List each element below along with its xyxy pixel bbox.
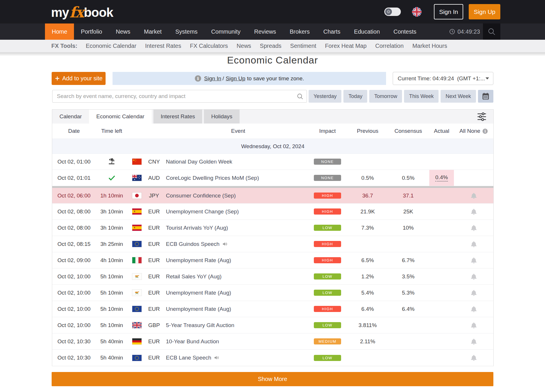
event-name[interactable]: Unemployment Rate (Aug) bbox=[166, 257, 231, 264]
all-none-label[interactable]: All None bbox=[459, 128, 480, 134]
event-row[interactable]: Oct 02, 01:00CNYNational Day Golden Week… bbox=[52, 154, 493, 170]
event-name[interactable]: Unemployment Rate (Aug) bbox=[166, 290, 231, 296]
sign-up-button[interactable]: Sign Up bbox=[469, 4, 500, 19]
event-name[interactable]: CoreLogic Dwelling Prices MoM (Sep) bbox=[166, 175, 259, 181]
fx-tool-news[interactable]: News bbox=[237, 43, 251, 49]
alert-bell-icon[interactable] bbox=[470, 224, 477, 231]
event-row[interactable]: Oct 02, 10:305h 40minEUR10-Year Bund Auc… bbox=[52, 333, 493, 350]
nav-item-community[interactable]: Community bbox=[204, 23, 247, 40]
nav-item-contests[interactable]: Contests bbox=[387, 23, 423, 40]
event-flag bbox=[128, 273, 144, 280]
event-row[interactable]: Oct 02, 08:003h 10minEURTourist Arrivals… bbox=[52, 220, 493, 236]
tab-interest-rates[interactable]: Interest Rates bbox=[153, 110, 202, 124]
impact-badge-none: NONE bbox=[314, 175, 341, 181]
event-bell-cell bbox=[454, 285, 493, 301]
fx-tool-spreads[interactable]: Spreads bbox=[260, 43, 282, 49]
event-currency: JPY bbox=[144, 193, 164, 199]
search-row: YesterdayTodayTomorrowThis WeekNext Week bbox=[52, 90, 493, 103]
current-time-select[interactable]: Current Time: 04:49:24 (GMT +1:... bbox=[393, 72, 493, 85]
event-name[interactable]: 10-Year Bund Auction bbox=[166, 338, 219, 345]
event-previous: 0.5% bbox=[348, 175, 387, 181]
fx-tool-forex-heat-map[interactable]: Forex Heat Map bbox=[325, 43, 366, 49]
tab-economic-calendar[interactable]: Economic Calendar bbox=[89, 110, 152, 124]
event-name[interactable]: ECB Guindos Speech bbox=[166, 241, 228, 247]
event-cell: CoreLogic Dwelling Prices MoM (Sep) bbox=[164, 175, 307, 181]
alert-bell-icon[interactable] bbox=[470, 354, 477, 361]
event-row[interactable]: Oct 02, 10:005h 10minGBP5-Year Treasury … bbox=[52, 317, 493, 333]
event-row[interactable]: Oct 02, 09:004h 10minEURUnemployment Rat… bbox=[52, 252, 493, 268]
event-name[interactable]: ECB Lane Speech bbox=[166, 355, 220, 361]
calendar-picker-button[interactable] bbox=[478, 90, 493, 103]
fx-tool-correlation[interactable]: Correlation bbox=[375, 43, 404, 49]
event-row[interactable]: Oct 02, 08:153h 25minEURECB Guindos Spee… bbox=[52, 236, 493, 252]
nav-search-button[interactable] bbox=[483, 23, 500, 40]
event-impact: HIGH bbox=[307, 208, 348, 215]
fx-tool-economic-calendar[interactable]: Economic Calendar bbox=[86, 43, 137, 49]
event-name[interactable]: Consumer Confidence (Sep) bbox=[166, 193, 236, 199]
tab-calendar[interactable]: Calendar bbox=[52, 110, 89, 124]
actual-value[interactable]: 0.4% bbox=[435, 174, 448, 182]
event-row[interactable]: Oct 02, 10:305h 40minEURECB Lane SpeechL… bbox=[52, 350, 493, 366]
event-name[interactable]: Retail Sales YoY (Aug) bbox=[166, 273, 222, 280]
header-previous: Previous bbox=[348, 128, 387, 134]
date-button-this-week[interactable]: This Week bbox=[404, 90, 439, 103]
event-name[interactable]: Unemployment Rate (Aug) bbox=[166, 306, 231, 312]
alert-bell-icon[interactable] bbox=[470, 208, 477, 215]
date-button-today[interactable]: Today bbox=[343, 90, 367, 103]
fx-tool-fx-calculators[interactable]: FX Calculators bbox=[190, 43, 228, 49]
search-input-icon bbox=[297, 93, 303, 100]
tab-holidays[interactable]: Holidays bbox=[204, 110, 240, 124]
logo-fx: fx bbox=[70, 5, 84, 20]
date-button-yesterday[interactable]: Yesterday bbox=[309, 90, 341, 103]
nav-item-brokers[interactable]: Brokers bbox=[283, 23, 316, 40]
date-button-tomorrow[interactable]: Tomorrow bbox=[369, 90, 402, 103]
nav-item-home[interactable]: Home bbox=[45, 23, 74, 40]
nav-item-market[interactable]: Market bbox=[137, 23, 169, 40]
event-name[interactable]: Unemployment Change (Sep) bbox=[166, 208, 239, 215]
alert-bell-icon[interactable] bbox=[470, 273, 477, 280]
nav-item-news[interactable]: News bbox=[109, 23, 137, 40]
event-cell: Tourist Arrivals YoY (Aug) bbox=[164, 225, 307, 231]
nav-item-reviews[interactable]: Reviews bbox=[247, 23, 283, 40]
nav-item-education[interactable]: Education bbox=[347, 23, 387, 40]
sign-in-button[interactable]: Sign In bbox=[434, 4, 463, 19]
event-row[interactable]: Oct 02, 08:003h 10minEURUnemployment Cha… bbox=[52, 204, 493, 220]
event-bell-cell bbox=[454, 188, 493, 203]
show-more-button[interactable]: Show More bbox=[52, 372, 493, 386]
alert-bell-icon[interactable] bbox=[470, 322, 477, 329]
nav-item-portfolio[interactable]: Portfolio bbox=[74, 23, 109, 40]
language-flag-icon[interactable] bbox=[412, 7, 422, 17]
event-name[interactable]: 5-Year Treasury Gilt Auction bbox=[166, 322, 234, 329]
theme-toggle[interactable] bbox=[384, 8, 401, 16]
fx-tool-sentiment[interactable]: Sentiment bbox=[290, 43, 316, 49]
nav-item-charts[interactable]: Charts bbox=[316, 23, 347, 40]
alert-bell-icon[interactable] bbox=[470, 289, 477, 296]
event-name[interactable]: Tourist Arrivals YoY (Aug) bbox=[166, 225, 228, 231]
sun-icon bbox=[385, 9, 392, 15]
nav-item-systems[interactable]: Systems bbox=[169, 23, 204, 40]
filter-button[interactable] bbox=[477, 112, 486, 121]
alert-bell-icon[interactable] bbox=[470, 192, 477, 199]
event-name[interactable]: National Day Golden Week bbox=[166, 159, 232, 165]
event-flag bbox=[128, 192, 144, 199]
alert-bell-icon[interactable] bbox=[470, 257, 477, 264]
fx-tool-interest-rates[interactable]: Interest Rates bbox=[145, 43, 181, 49]
banner-sign-in-link[interactable]: Sign In bbox=[204, 75, 221, 82]
timezone-banner: i Sign In / Sign Up to save your time zo… bbox=[113, 72, 386, 85]
info-icon-small[interactable]: i bbox=[480, 128, 488, 134]
event-row[interactable]: Oct 02, 06:001h 10minJPYConsumer Confide… bbox=[52, 186, 493, 204]
add-to-your-site-button[interactable]: Add to your site bbox=[52, 72, 106, 85]
myfxbook-logo[interactable]: myfxbook bbox=[51, 4, 113, 19]
alert-bell-icon[interactable] bbox=[470, 338, 477, 345]
event-row[interactable]: Oct 02, 10:005h 10minEURUnemployment Rat… bbox=[52, 301, 493, 317]
event-row[interactable]: Oct 02, 10:005h 10minEURUnemployment Rat… bbox=[52, 285, 493, 301]
event-row[interactable]: Oct 02, 10:005h 10minEURRetail Sales YoY… bbox=[52, 268, 493, 285]
event-cell: 5-Year Treasury Gilt Auction bbox=[164, 322, 307, 329]
alert-bell-icon[interactable] bbox=[470, 241, 477, 248]
date-button-next-week[interactable]: Next Week bbox=[441, 90, 476, 103]
alert-bell-icon[interactable] bbox=[470, 306, 477, 313]
event-search-input[interactable] bbox=[52, 90, 307, 103]
fx-tool-market-hours[interactable]: Market Hours bbox=[412, 43, 447, 49]
event-row[interactable]: Oct 02, 01:01AUDCoreLogic Dwelling Price… bbox=[52, 170, 493, 186]
banner-sign-up-link[interactable]: Sign Up bbox=[226, 75, 245, 82]
